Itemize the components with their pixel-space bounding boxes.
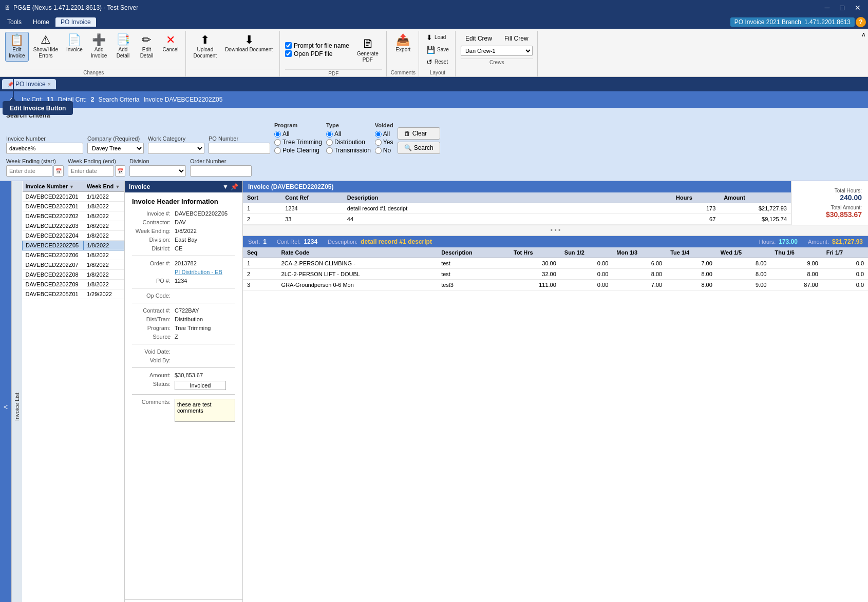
- divider-4: [132, 344, 235, 344]
- panel-pin-icon[interactable]: 📌: [231, 183, 238, 190]
- open-pdf-checkbox[interactable]: [285, 50, 292, 57]
- edit-crew-button[interactable]: Edit Crew: [461, 33, 497, 44]
- minimize-button[interactable]: ─: [822, 3, 833, 13]
- ribbon-collapse-icon[interactable]: ∧: [861, 31, 866, 38]
- add-invoice-button[interactable]: ➕ AddInvoice: [87, 32, 111, 62]
- reset-button[interactable]: ↺ Reset: [423, 56, 451, 68]
- invoice-number-cell: DAVEBCED2202Z09: [23, 280, 84, 289]
- type-all-radio[interactable]: [326, 131, 333, 138]
- prompt-for-filename-check[interactable]: Prompt for file name: [285, 42, 349, 49]
- week-end-start-calendar-button[interactable]: 📅: [53, 165, 64, 177]
- crew-select[interactable]: Dan Crew-1: [461, 46, 533, 56]
- help-icon[interactable]: ?: [856, 17, 866, 27]
- cancel-button[interactable]: ✕ Cancel: [159, 32, 182, 55]
- detail-table-row[interactable]: 11234detail record #1 descript173$21,727…: [243, 203, 791, 214]
- seq-table-row[interactable]: 3 GRA-Groundperson 0-6 Mon test3 111.00 …: [243, 280, 868, 290]
- invoice-list-row[interactable]: DAVEBCED2202Z041/8/2022: [23, 231, 124, 241]
- open-pdf-check[interactable]: Open PDF file: [285, 50, 349, 57]
- export-button[interactable]: 📤 Export: [392, 32, 414, 55]
- week-end-end-calendar-button[interactable]: 📅: [115, 165, 125, 177]
- status-input[interactable]: [175, 381, 226, 390]
- upload-document-button[interactable]: ⬆ UploadDocument: [190, 32, 221, 62]
- download-document-button[interactable]: ⬇ Download Document: [221, 32, 276, 55]
- invoice-list-row[interactable]: DAVEBCED2202Z071/8/2022: [23, 260, 124, 270]
- po-number-input[interactable]: [209, 143, 270, 154]
- menu-po-invoice[interactable]: PO Invoice: [55, 17, 96, 27]
- voided-all-radio[interactable]: [375, 131, 382, 138]
- wed-cell: 8.00: [716, 258, 771, 269]
- week-end-cell: 1/8/2022: [84, 231, 124, 241]
- company-select[interactable]: Davey Tree: [87, 143, 144, 154]
- voided-no-option[interactable]: No: [375, 147, 393, 154]
- mon-cell: 8.00: [612, 269, 666, 280]
- load-icon: ⬇: [426, 34, 432, 41]
- void-date-row: Void Date:: [132, 348, 235, 355]
- menu-home[interactable]: Home: [28, 17, 54, 27]
- voided-yes-option[interactable]: Yes: [375, 139, 393, 146]
- load-button[interactable]: ⬇ Load: [423, 32, 449, 43]
- menu-tools[interactable]: Tools: [2, 17, 27, 27]
- work-category-select[interactable]: [148, 143, 204, 154]
- program-pole-option[interactable]: Pole Clearing: [274, 147, 322, 154]
- program-tree-option[interactable]: Tree Trimming: [274, 139, 322, 146]
- order-number-input[interactable]: [190, 165, 252, 177]
- fill-crew-button[interactable]: Fill Crew: [500, 33, 533, 44]
- amount-row: Amount: $30,853.67: [132, 372, 235, 378]
- invoice-list-row[interactable]: DAVEBCED2201Z011/1/2022: [23, 192, 124, 202]
- prompt-filename-checkbox[interactable]: [285, 42, 292, 49]
- close-button[interactable]: ✕: [852, 3, 864, 13]
- ribbon-group-changes: 📋 EditInvoice Edit Invoice Button ⚠ Show…: [2, 31, 186, 76]
- seq-table-row[interactable]: 1 2CA-2-PERSON CLIMBING - test 30.00 0.0…: [243, 258, 868, 269]
- voided-yes-label: Yes: [383, 139, 393, 146]
- collapse-list-button[interactable]: <: [0, 181, 11, 602]
- clear-button[interactable]: 🗑 Clear: [398, 127, 440, 140]
- show-hide-errors-button[interactable]: ⚠ Show/HideErrors: [30, 32, 62, 62]
- reset-icon: ↺: [426, 59, 432, 66]
- generate-pdf-button[interactable]: 🖹 GeneratePDF: [353, 36, 382, 66]
- save-layout-button[interactable]: 💾 Save: [423, 44, 452, 55]
- week-end-cell: 1/8/2022: [84, 221, 124, 231]
- type-transmission-option[interactable]: Transmission: [326, 147, 371, 154]
- search-button[interactable]: 🔍 Search: [398, 142, 440, 154]
- invoice-list-row[interactable]: DAVEBCED2202Z021/8/2022: [23, 211, 124, 221]
- add-detail-button[interactable]: 📑 AddDetail: [111, 32, 134, 62]
- invoice-list-inner[interactable]: Invoice Number ▼ Week End ▼ DAVEBCED2201…: [22, 181, 124, 602]
- invoice-list-row[interactable]: DAVEBCED2202Z081/8/2022: [23, 270, 124, 280]
- invoice-list-row[interactable]: DAVEBCED2202Z091/8/2022: [23, 280, 124, 289]
- maximize-button[interactable]: □: [837, 3, 847, 13]
- work-category-field: Work Category: [148, 135, 204, 154]
- division-select[interactable]: [129, 165, 186, 177]
- seq-col-header: Fri 1/7: [822, 247, 868, 258]
- invoice-number-input[interactable]: [6, 143, 83, 154]
- seq-table-container[interactable]: SeqRate CodeDescriptionTot HrsSun 1/2Mon…: [243, 247, 868, 602]
- week-end-end-input[interactable]: [68, 165, 114, 177]
- invoice-list-row[interactable]: DAVEBCED2202Z011/8/2022: [23, 202, 124, 211]
- program-all-radio[interactable]: [274, 131, 281, 138]
- source-value: Z: [175, 334, 178, 340]
- invoice-list-row[interactable]: DAVEBCED2202Z031/8/2022: [23, 221, 124, 231]
- edit-invoice-button[interactable]: 📋 EditInvoice: [5, 32, 29, 62]
- type-trans-radio[interactable]: [326, 147, 333, 154]
- type-distribution-option[interactable]: Distribution: [326, 139, 371, 146]
- invoice-list-row[interactable]: DAVEBCED2202Z051/8/2022: [23, 241, 124, 250]
- program-pole-radio[interactable]: [274, 147, 281, 154]
- order-value: 2013782: [175, 260, 197, 266]
- voided-all-option[interactable]: All: [375, 130, 393, 138]
- sort-detail-value: 1: [263, 238, 267, 245]
- program-tree-radio[interactable]: [274, 139, 281, 146]
- search-criteria-title: Search Criteria: [6, 112, 862, 119]
- invoice-list-row[interactable]: DAVEBCED2205Z011/29/2022: [23, 289, 124, 299]
- edit-detail-button[interactable]: ✏ EditDetail: [135, 32, 158, 62]
- week-end-start-input[interactable]: [6, 165, 52, 177]
- panel-dropdown-icon[interactable]: ▼: [222, 183, 229, 190]
- pi-value[interactable]: PI Distribution - EB: [175, 269, 222, 275]
- invoice-button[interactable]: 📄 Invoice: [63, 32, 86, 55]
- seq-table-row[interactable]: 2 2LC-2-PERSON LIFT - DOUBL test 32.00 0…: [243, 269, 868, 280]
- voided-yes-radio[interactable]: [375, 139, 382, 146]
- voided-no-radio[interactable]: [375, 147, 382, 154]
- program-all-option[interactable]: All: [274, 130, 322, 138]
- invoice-list-row[interactable]: DAVEBCED2202Z061/8/2022: [23, 250, 124, 260]
- type-all-option[interactable]: All: [326, 130, 371, 138]
- type-dist-radio[interactable]: [326, 139, 333, 146]
- detail-table-row[interactable]: 2334467$9,125.74: [243, 214, 791, 225]
